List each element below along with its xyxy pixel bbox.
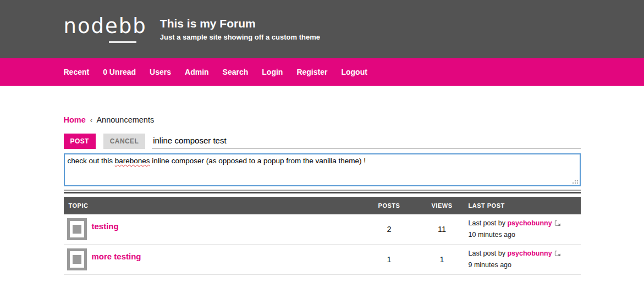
post-button[interactable]: POST <box>64 134 96 149</box>
composer-body-misspelled-word: barebones <box>115 157 150 165</box>
site-title: This is my Forum <box>160 17 320 30</box>
last-post-time: 10 minutes ago <box>469 230 581 240</box>
nav-item-users[interactable]: Users <box>150 68 171 76</box>
nav-item-logout[interactable]: Logout <box>341 68 367 76</box>
main-navbar: Recent 0 Unread Users Admin Search Login… <box>0 58 644 86</box>
breadcrumb: Home ‹ Announcements <box>64 115 581 124</box>
last-post-user-link[interactable]: psychobunny <box>507 219 552 227</box>
topic-row: more testing 1 1 Last post by psychobunn… <box>64 245 581 275</box>
topic-title-input[interactable] <box>152 134 580 149</box>
image-placeholder-icon <box>67 248 87 270</box>
nodebb-logo-text: nodebb <box>64 16 147 36</box>
topic-title-link[interactable]: more testing <box>92 252 141 261</box>
topic-views-count: 11 <box>416 225 469 234</box>
breadcrumb-separator: ‹ <box>90 116 92 124</box>
column-header-posts: POSTS <box>363 202 416 209</box>
last-post-prefix: Last post by <box>469 250 505 257</box>
composer-body-text: check out this <box>68 157 115 165</box>
topic-last-post-cell: Last post by psychobunny 9 minutes ago <box>469 245 581 274</box>
breadcrumb-home-link[interactable]: Home <box>64 115 86 124</box>
topic-posts-count: 1 <box>363 255 416 264</box>
topic-cell: more testing <box>64 245 363 274</box>
goto-last-post-icon[interactable] <box>554 219 561 230</box>
topic-views-count: 1 <box>416 255 469 264</box>
divider-dark <box>64 192 581 193</box>
topic-posts-count: 2 <box>363 225 416 234</box>
last-post-user-link[interactable]: psychobunny <box>507 250 552 257</box>
main-content: Home ‹ Announcements POST CANCEL check o… <box>64 115 581 275</box>
nav-item-register[interactable]: Register <box>296 68 327 76</box>
image-placeholder-inner <box>73 225 81 234</box>
site-header: nodebb This is my Forum Just a sample si… <box>0 0 644 58</box>
last-post-time: 9 minutes ago <box>469 260 581 270</box>
topic-last-post-cell: Last post by psychobunny 10 minutes ago <box>469 215 581 243</box>
logo-underline <box>109 41 136 43</box>
composer-body-textarea[interactable]: check out this barebones inline composer… <box>64 153 581 186</box>
column-header-last-post: LAST POST <box>469 202 581 209</box>
nodebb-logo[interactable]: nodebb <box>64 16 147 43</box>
brand-titles: This is my Forum Just a sample site show… <box>160 17 320 41</box>
site-subtitle: Just a sample site showing off a custom … <box>160 33 320 41</box>
topic-cell: testing <box>64 214 363 244</box>
divider-light <box>64 190 581 191</box>
nav-item-login[interactable]: Login <box>262 68 283 76</box>
column-header-views: VIEWS <box>416 202 469 209</box>
cancel-button[interactable]: CANCEL <box>103 134 145 149</box>
nav-item-search[interactable]: Search <box>223 68 249 76</box>
goto-last-post-icon[interactable] <box>554 250 561 260</box>
column-header-topic: TOPIC <box>64 202 363 209</box>
composer-toolbar: POST CANCEL <box>64 134 581 149</box>
topic-list: TOPIC POSTS VIEWS LAST POST testing 2 11… <box>64 197 581 275</box>
topic-title-link[interactable]: testing <box>92 222 119 231</box>
nav-item-recent[interactable]: Recent <box>64 68 90 76</box>
topic-list-header: TOPIC POSTS VIEWS LAST POST <box>64 197 581 214</box>
last-post-prefix: Last post by <box>469 219 505 227</box>
topic-row: testing 2 11 Last post by psychobunny 10… <box>64 214 581 245</box>
textarea-resize-handle[interactable] <box>577 182 578 184</box>
nav-item-unread[interactable]: 0 Unread <box>103 68 136 76</box>
image-placeholder-icon <box>67 218 87 240</box>
breadcrumb-current: Announcements <box>96 115 154 124</box>
image-placeholder-inner <box>73 255 81 264</box>
nav-item-admin[interactable]: Admin <box>185 68 209 76</box>
composer-body-text: inline composer (as opposed to a popup f… <box>150 157 366 165</box>
